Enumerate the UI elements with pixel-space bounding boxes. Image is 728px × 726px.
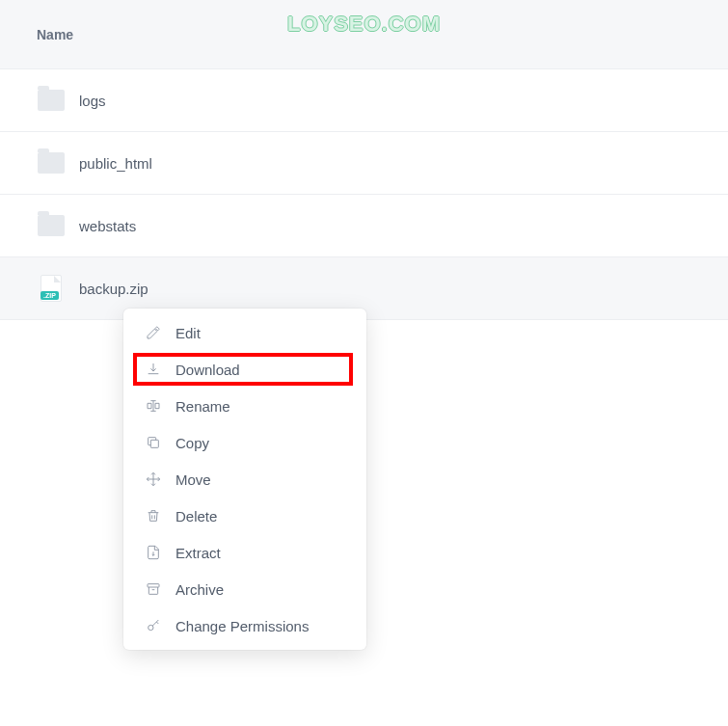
file-row-folder[interactable]: logs: [0, 69, 728, 132]
menu-item-move[interactable]: Move: [123, 461, 366, 497]
edit-icon: [145, 324, 162, 341]
menu-item-label: Move: [175, 471, 211, 488]
column-header-name[interactable]: Name: [37, 27, 73, 42]
table-header: Name: [0, 0, 728, 69]
archive-icon: [145, 580, 162, 598]
menu-item-rename[interactable]: Rename: [123, 388, 366, 424]
folder-icon: [37, 88, 66, 113]
menu-item-delete[interactable]: Delete: [123, 497, 366, 534]
menu-item-label: Extract: [175, 545, 221, 561]
file-name: public_html: [79, 155, 152, 172]
menu-item-label: Download: [175, 362, 240, 378]
menu-item-label: Change Permissions: [175, 618, 309, 634]
menu-item-extract[interactable]: Extract: [123, 534, 366, 571]
svg-rect-0: [150, 440, 158, 447]
menu-item-label: Delete: [175, 508, 217, 524]
folder-icon: [37, 150, 66, 175]
menu-item-label: Edit: [175, 325, 201, 341]
file-name: backup.zip: [79, 281, 148, 297]
extract-icon: [145, 544, 162, 561]
delete-icon: [145, 507, 162, 524]
file-name: webstats: [79, 218, 136, 234]
menu-item-label: Rename: [175, 398, 230, 415]
menu-item-download[interactable]: Download: [123, 351, 366, 388]
menu-item-edit[interactable]: Edit: [123, 314, 366, 351]
file-name: logs: [79, 93, 106, 109]
download-icon: [145, 361, 162, 378]
menu-item-archive[interactable]: Archive: [123, 571, 366, 607]
file-row-folder[interactable]: public_html: [0, 132, 728, 195]
file-row-folder[interactable]: webstats: [0, 195, 728, 257]
menu-item-copy[interactable]: Copy: [123, 424, 366, 461]
file-list: logs public_html webstats .ZIP backup.zi…: [0, 69, 728, 320]
svg-point-2: [148, 625, 153, 630]
menu-item-permissions[interactable]: Change Permissions: [123, 607, 366, 644]
key-icon: [145, 617, 162, 634]
menu-item-label: Copy: [175, 435, 209, 451]
folder-icon: [37, 213, 66, 238]
menu-item-label: Archive: [175, 581, 224, 598]
zip-file-icon: .ZIP: [37, 276, 66, 301]
copy-icon: [145, 434, 162, 451]
rename-icon: [145, 397, 162, 415]
svg-rect-1: [148, 584, 159, 587]
move-icon: [145, 471, 162, 488]
context-menu: Edit Download Rename Copy Move Delete: [123, 309, 366, 650]
